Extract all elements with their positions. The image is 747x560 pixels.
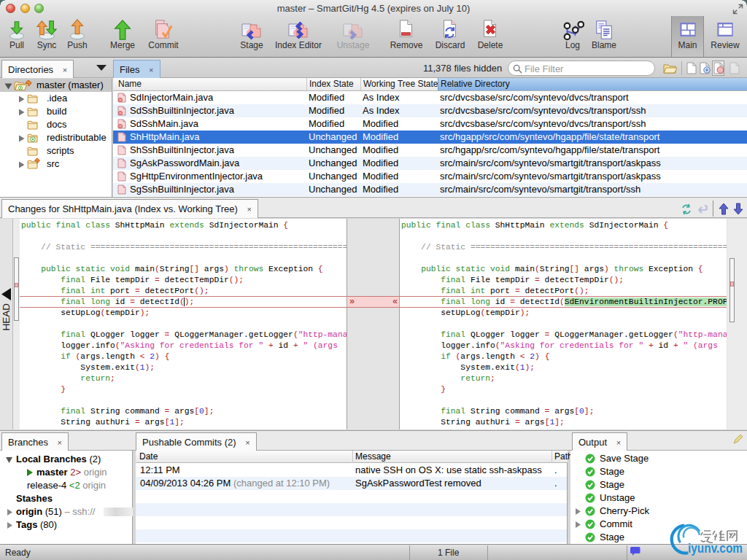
svg-text:iyunv.com: iyunv.com xyxy=(688,541,743,556)
